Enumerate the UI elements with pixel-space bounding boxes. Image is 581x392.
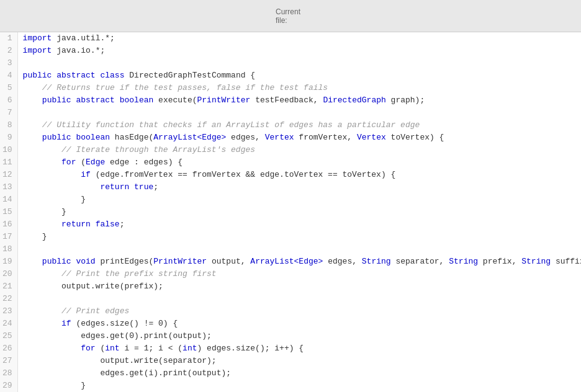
table-row: 16 return false; — [0, 218, 581, 231]
line-number: 12 — [0, 169, 17, 181]
line-content: } — [17, 206, 581, 218]
line-content: return true; — [17, 181, 581, 194]
table-row: 14 } — [0, 194, 581, 206]
line-number: 15 — [0, 206, 17, 218]
line-number: 29 — [0, 380, 17, 392]
line-number: 8 — [0, 119, 17, 131]
table-row: 21 output.write(prefix); — [0, 280, 581, 293]
table-row: 15 } — [0, 206, 581, 218]
table-row: 13 return true; — [0, 181, 581, 194]
line-number: 5 — [0, 82, 17, 94]
line-number: 27 — [0, 355, 17, 367]
line-content: for (int i = 1; i < (int) edges.size(); … — [17, 342, 581, 355]
line-content: output.write(prefix); — [17, 280, 581, 293]
line-content: } — [17, 194, 581, 206]
line-content: return false; — [17, 218, 581, 231]
table-row: 29 } — [0, 380, 581, 392]
code-area: 1import java.util.*;2import java.io.*;3 … — [0, 32, 581, 392]
table-row: 5 // Returns true if the test passes, fa… — [0, 82, 581, 94]
line-number: 19 — [0, 256, 17, 268]
line-number: 7 — [0, 107, 17, 119]
table-row: 23 // Print edges — [0, 305, 581, 318]
line-content: for (Edge edge : edges) { — [17, 156, 581, 169]
line-content: if (edges.size() != 0) { — [17, 318, 581, 330]
line-content: // Iterate through the ArrayList's edges — [17, 144, 581, 156]
line-content — [17, 243, 581, 256]
line-content — [17, 107, 581, 119]
line-content: edges.get(i).print(output); — [17, 367, 581, 380]
line-number: 21 — [0, 280, 17, 293]
line-number: 28 — [0, 367, 17, 380]
line-number: 9 — [0, 131, 17, 144]
table-row: 7 — [0, 107, 581, 119]
line-number: 1 — [0, 32, 17, 45]
line-number: 17 — [0, 231, 17, 243]
line-content: } — [17, 380, 581, 392]
table-row: 2import java.io.*; — [0, 45, 581, 57]
table-row: 8 // Utility function that checks if an … — [0, 119, 581, 131]
table-row: 19 public void printEdges(PrintWriter ou… — [0, 256, 581, 268]
table-row: 10 // Iterate through the ArrayList's ed… — [0, 144, 581, 156]
line-content: import java.io.*; — [17, 45, 581, 57]
line-content — [17, 57, 581, 69]
line-number: 14 — [0, 194, 17, 206]
current-file-text: Currentfile: — [276, 7, 300, 25]
line-content: public abstract class DirectedGraphTestC… — [17, 69, 581, 82]
line-content — [17, 293, 581, 305]
line-number: 2 — [0, 45, 17, 57]
table-row: 26 for (int i = 1; i < (int) edges.size(… — [0, 342, 581, 355]
current-file-section: Currentfile: — [10, 7, 571, 25]
line-number: 20 — [0, 268, 17, 280]
line-content: public abstract boolean execute(PrintWri… — [17, 94, 581, 107]
line-number: 26 — [0, 342, 17, 355]
line-number: 10 — [0, 144, 17, 156]
line-number: 6 — [0, 94, 17, 107]
line-content: // Print edges — [17, 305, 581, 318]
top-bar: Currentfile: — [0, 0, 581, 32]
table-row: 22 — [0, 293, 581, 305]
line-content: if (edge.fromVertex == fromVertex && edg… — [17, 169, 581, 181]
line-content: // Print the prefix string first — [17, 268, 581, 280]
line-content: import java.util.*; — [17, 32, 581, 45]
table-row: 18 — [0, 243, 581, 256]
line-number: 13 — [0, 181, 17, 194]
table-row: 3 — [0, 57, 581, 69]
table-row: 11 for (Edge edge : edges) { — [0, 156, 581, 169]
table-row: 17 } — [0, 231, 581, 243]
line-number: 11 — [0, 156, 17, 169]
line-content: } — [17, 231, 581, 243]
table-row: 28 edges.get(i).print(output); — [0, 367, 581, 380]
table-row: 1import java.util.*; — [0, 32, 581, 45]
line-number: 24 — [0, 318, 17, 330]
line-content: // Returns true if the test passes, fals… — [17, 82, 581, 94]
line-content: edges.get(0).print(output); — [17, 330, 581, 342]
code-table: 1import java.util.*;2import java.io.*;3 … — [0, 32, 581, 392]
table-row: 6 public abstract boolean execute(PrintW… — [0, 94, 581, 107]
line-content: // Utility function that checks if an Ar… — [17, 119, 581, 131]
line-content: public boolean hasEdge(ArrayList<Edge> e… — [17, 131, 581, 144]
line-content: public void printEdges(PrintWriter outpu… — [17, 256, 581, 268]
table-row: 20 // Print the prefix string first — [0, 268, 581, 280]
line-number: 3 — [0, 57, 17, 69]
line-number: 18 — [0, 243, 17, 256]
table-row: 27 output.write(separator); — [0, 355, 581, 367]
line-number: 4 — [0, 69, 17, 82]
line-number: 25 — [0, 330, 17, 342]
line-number: 23 — [0, 305, 17, 318]
line-content: output.write(separator); — [17, 355, 581, 367]
table-row: 24 if (edges.size() != 0) { — [0, 318, 581, 330]
line-number: 16 — [0, 218, 17, 231]
table-row: 12 if (edge.fromVertex == fromVertex && … — [0, 169, 581, 181]
table-row: 4public abstract class DirectedGraphTest… — [0, 69, 581, 82]
line-number: 22 — [0, 293, 17, 305]
table-row: 25 edges.get(0).print(output); — [0, 330, 581, 342]
table-row: 9 public boolean hasEdge(ArrayList<Edge>… — [0, 131, 581, 144]
